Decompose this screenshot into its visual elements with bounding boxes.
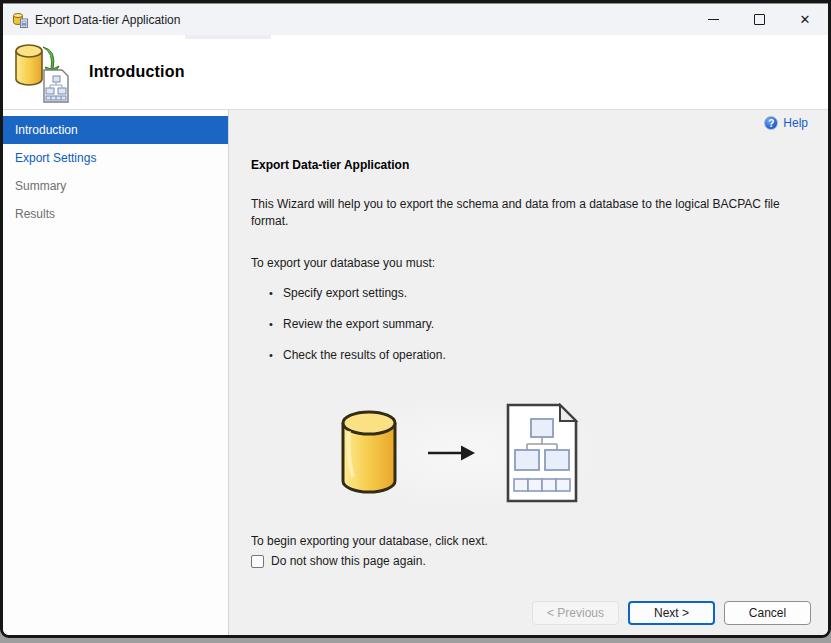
bullet-icon: • [269,348,283,362]
sidebar-item-label: Results [15,207,55,221]
previous-button[interactable]: < Previous [532,601,619,625]
close-button[interactable]: ✕ [782,4,828,35]
sidebar-item-label: Introduction [15,123,78,137]
sidebar-item-label: Summary [15,179,66,193]
page-title: Introduction [89,63,185,81]
cancel-button[interactable]: Cancel [724,601,811,625]
help-icon: ? [764,116,778,130]
sidebar-item-label: Export Settings [15,151,96,165]
maximize-icon [754,14,765,25]
introduction-content: Export Data-tier Application This Wizard… [229,110,828,568]
sidebar-item-results: Results [3,200,228,228]
wizard-header: Introduction [3,35,828,110]
main-panel: ? Help Export Data-tier Application This… [229,110,828,635]
close-icon: ✕ [800,13,811,26]
list-intro: To export your database you must: [251,256,802,270]
bullet-item: • Check the results of operation. [269,348,802,362]
content-heading: Export Data-tier Application [251,158,802,172]
app-icon [12,12,28,28]
export-illustration [339,398,599,508]
window-title: Export Data-tier Application [35,13,180,27]
bacpac-document-icon [503,403,581,503]
export-database-icon [13,41,73,103]
wizard-steps-sidebar: Introduction Export Settings Summary Res… [3,110,229,635]
bullet-item: • Review the export summary. [269,317,802,331]
bullet-text: Specify export settings. [283,286,407,300]
bullet-text: Check the results of operation. [283,348,446,362]
arrow-right-icon [427,443,475,463]
intro-paragraph: This Wizard will help you to export the … [251,196,802,230]
wizard-body: Introduction Export Settings Summary Res… [3,110,828,635]
do-not-show-label: Do not show this page again. [271,554,426,568]
next-button[interactable]: Next > [628,601,715,625]
begin-export-note: To begin exporting your database, click … [251,534,802,548]
sidebar-item-export-settings[interactable]: Export Settings [3,144,228,172]
wizard-footer-buttons: < Previous Next > Cancel [532,601,811,625]
minimize-button[interactable] [690,4,736,35]
titlebar-artifact [185,35,271,39]
help-link[interactable]: ? Help [764,116,808,130]
title-bar: Export Data-tier Application ✕ [3,3,828,35]
window-controls: ✕ [690,4,828,35]
minimize-icon [708,19,719,20]
wizard-window: Export Data-tier Application ✕ [0,0,831,638]
bullet-text: Review the export summary. [283,317,434,331]
bullet-item: • Specify export settings. [269,286,802,300]
help-label: Help [783,116,808,130]
bullet-icon: • [269,317,283,331]
database-cylinder-icon [339,409,399,497]
maximize-button[interactable] [736,4,782,35]
do-not-show-checkbox[interactable] [251,555,264,568]
do-not-show-row: Do not show this page again. [251,554,802,568]
sidebar-item-introduction[interactable]: Introduction [3,116,228,144]
sidebar-item-summary: Summary [3,172,228,200]
bullet-icon: • [269,286,283,300]
